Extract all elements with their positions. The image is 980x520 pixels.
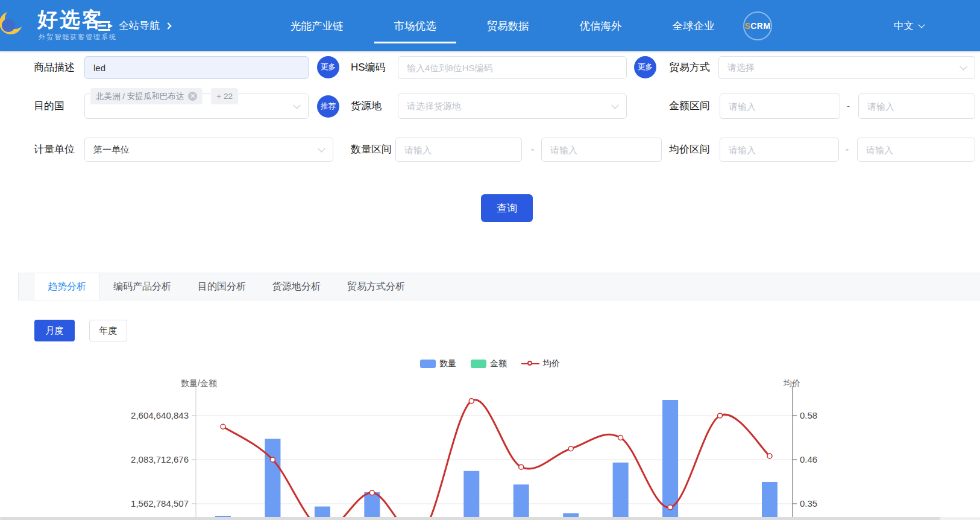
hs-code-input[interactable] (398, 56, 627, 79)
menu-item-solar-chain[interactable]: 光能产业链 (265, 0, 369, 51)
logo-title: 好选客 (37, 6, 104, 34)
more-button-hs[interactable]: 更多 (634, 56, 656, 78)
tab-destination-analysis[interactable]: 目的国分析 (184, 273, 259, 300)
amount-range-label: 金额区间 (669, 94, 710, 119)
unit-label: 计量单位 (34, 138, 75, 162)
range-dash: - (846, 138, 849, 162)
trend-chart: 2,604,640,8430.582,083,712,6760.461,562,… (18, 351, 946, 520)
tab-hs-product-analysis[interactable]: 编码产品分析 (100, 273, 184, 300)
destination-label: 目的国 (34, 94, 64, 119)
more-button-desc[interactable]: 更多 (317, 56, 339, 78)
destination-multiselect[interactable]: 北美洲 / 安提瓜和巴布达 ✕ + 22 (84, 94, 309, 119)
svg-text:0.35: 0.35 (800, 498, 817, 509)
tag-close-icon[interactable]: ✕ (188, 92, 197, 101)
range-dash: - (531, 138, 534, 162)
chevron-down-icon (293, 101, 301, 109)
yearly-button[interactable]: 年度 (89, 320, 127, 341)
destination-extra-count-tag: + 22 (211, 88, 238, 104)
hs-code-label: HS编码 (351, 56, 386, 79)
site-nav-button[interactable]: 全站导航 (98, 0, 171, 51)
avg-price-range-label: 均价区间 (669, 138, 710, 162)
svg-text:0.46: 0.46 (800, 454, 817, 465)
top-navbar: 好选客 外贸智能获客管理系统 全站导航 光能产业链 市场优选 贸易数据 优信海外… (0, 0, 980, 51)
menu-item-market-select[interactable]: 市场优选 (369, 0, 462, 51)
tab-trend-analysis[interactable]: 趋势分析 (34, 273, 100, 300)
recommend-button[interactable]: 推荐 (317, 95, 339, 118)
chevron-right-icon (165, 22, 171, 29)
origin-select[interactable]: 请选择货源地 (398, 94, 627, 119)
avg-price-min-input[interactable] (720, 138, 839, 162)
unit-select[interactable]: 第一单位 (84, 138, 333, 162)
filter-row-2: 目的国 北美洲 / 安提瓜和巴布达 ✕ + 22 推荐 货源地 请选择货源地 金… (0, 94, 980, 119)
destination-tag: 北美洲 / 安提瓜和巴布达 ✕ (90, 88, 203, 104)
crescent-moon-logo-icon (0, 5, 29, 45)
svg-text:0.58: 0.58 (800, 410, 817, 420)
search-button[interactable]: 查询 (481, 194, 533, 222)
quantity-min-input[interactable] (395, 138, 522, 162)
menu-item-youxin-overseas[interactable]: 优信海外 (554, 0, 647, 51)
svg-text:均价: 均价 (783, 378, 800, 388)
product-desc-label: 商品描述 (34, 56, 75, 79)
svg-text:2,604,640,843: 2,604,640,843 (131, 410, 189, 420)
range-dash: - (847, 94, 850, 119)
main-menu: 光能产业链 市场优选 贸易数据 优信海外 全球企业 (265, 0, 740, 51)
tab-origin-analysis[interactable]: 货源地分析 (259, 273, 334, 300)
svg-text:数量/金额: 数量/金额 (181, 378, 217, 388)
quantity-max-input[interactable] (541, 138, 662, 162)
language-switcher[interactable]: 中文 (894, 0, 924, 51)
chevron-down-icon (611, 101, 619, 109)
trade-mode-select[interactable]: 请选择 (718, 56, 975, 79)
active-menu-underline (374, 42, 456, 43)
monthly-button[interactable]: 月度 (34, 320, 75, 341)
scrm-badge[interactable]: SCRM (743, 11, 772, 40)
filter-row-3: 计量单位 第一单位 数量区间 - 均价区间 - (0, 138, 980, 162)
quantity-range-label: 数量区间 (351, 138, 392, 162)
tab-trade-mode-analysis[interactable]: 贸易方式分析 (334, 273, 418, 300)
scrollbar-thumb[interactable] (0, 517, 940, 520)
trade-mode-label: 贸易方式 (669, 56, 710, 79)
origin-label: 货源地 (351, 94, 382, 119)
amount-min-input[interactable] (720, 94, 840, 119)
analysis-tabbar: 趋势分析 编码产品分析 目的国分析 货源地分析 贸易方式分析 (18, 273, 980, 300)
product-desc-input[interactable] (84, 56, 309, 79)
svg-text:2,083,712,676: 2,083,712,676 (131, 454, 189, 465)
filter-row-1: 商品描述 更多 HS编码 更多 贸易方式 请选择 (0, 56, 980, 79)
amount-max-input[interactable] (858, 94, 975, 119)
svg-text:1,562,784,507: 1,562,784,507 (131, 498, 189, 509)
avg-price-max-input[interactable] (857, 138, 975, 162)
horizontal-scrollbar[interactable] (0, 517, 980, 520)
chevron-down-icon (960, 63, 967, 71)
menu-item-trade-data[interactable]: 贸易数据 (462, 0, 554, 51)
menu-lines-icon (98, 21, 113, 31)
chevron-down-icon (918, 21, 925, 28)
menu-item-global-companies[interactable]: 全球企业 (647, 0, 740, 51)
trend-chart-svg: 2,604,640,8430.582,083,712,6760.461,562,… (18, 351, 946, 520)
site-nav-label: 全站导航 (119, 19, 160, 33)
chevron-down-icon (318, 145, 325, 153)
